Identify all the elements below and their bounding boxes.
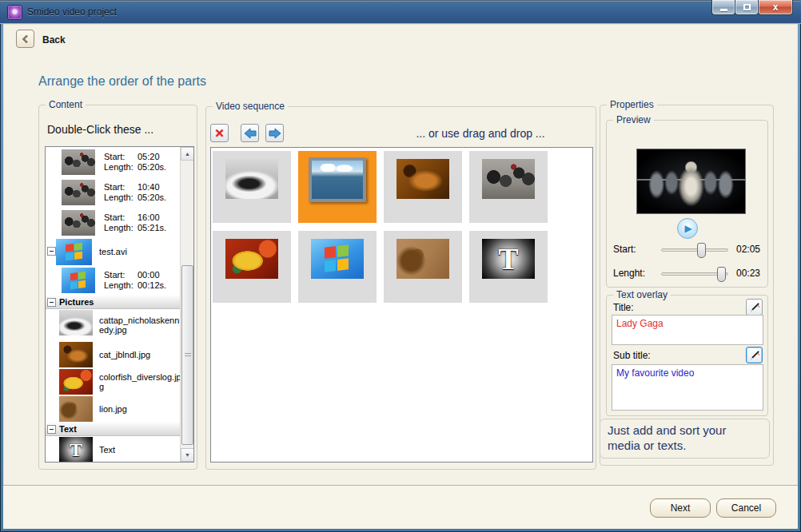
move-left-button[interactable] <box>241 124 259 142</box>
length-slider-thumb[interactable] <box>717 267 726 282</box>
content-list[interactable]: Start:05:20Length:05:20s.Start:10:40Leng… <box>45 146 194 463</box>
scroll-down-icon[interactable]: ▼ <box>181 448 194 462</box>
preview-panel: Preview ▶ Start: 02:05 Lenght: 00:23 <box>606 120 768 288</box>
list-item-clip[interactable]: Start:16:00Length:05:21s. <box>46 208 181 238</box>
length-slider-row: Lenght: 00:23 <box>613 265 765 283</box>
obama-thumbnail <box>62 180 95 205</box>
title-label: Title: <box>613 302 634 313</box>
fish-thumbnail <box>225 239 278 279</box>
edit-title-button[interactable] <box>746 299 763 316</box>
arrow-left-icon <box>244 128 257 139</box>
list-item-picture[interactable]: cat_jblndl.jpg <box>46 341 181 368</box>
text-thumbnail <box>59 437 93 463</box>
sequence-tile[interactable] <box>384 151 462 223</box>
subtitle-input[interactable]: My favourite video <box>612 364 763 411</box>
back-button[interactable] <box>16 30 34 48</box>
list-item-clip[interactable]: Start:10:40Length:05:20s. <box>46 177 181 208</box>
windows-thumbnail <box>56 239 92 265</box>
obama-thumbnail <box>62 149 95 175</box>
picture-name: cat_jblndl.jpg <box>99 350 181 359</box>
next-button[interactable]: Next <box>650 498 711 518</box>
clip-times: Start:05:20Length:05:20s. <box>104 152 166 173</box>
app-window: Smideo video project x Back Arrange the … <box>0 0 801 532</box>
obama-thumbnail <box>62 210 95 236</box>
properties-panel: Properties Preview ▶ Start: 02:05 Lenght… <box>600 105 774 466</box>
edit-subtitle-button[interactable] <box>746 347 763 363</box>
properties-title: Properties <box>607 99 657 110</box>
sequence-tile[interactable] <box>469 151 548 223</box>
content-scrollbar[interactable]: ▲ ▼ <box>180 147 193 462</box>
maximize-button[interactable] <box>735 0 759 15</box>
delete-part-button[interactable]: ✕ <box>210 124 229 142</box>
content-panel-title: Content <box>46 99 86 110</box>
close-button[interactable]: x <box>758 0 793 15</box>
scrollbar-thumb[interactable] <box>181 265 193 445</box>
cat-orange-thumbnail <box>397 159 449 199</box>
sequence-grid[interactable] <box>210 147 593 463</box>
back-label: Back <box>42 34 66 46</box>
length-value: 00:23 <box>736 268 760 279</box>
content-panel: Content Double-Click these ... Start:05:… <box>38 105 197 470</box>
lion-thumbnail <box>59 396 93 422</box>
content-instruction: Double-Click these ... <box>47 123 153 136</box>
list-section-header[interactable]: Text <box>46 423 181 436</box>
scroll-up-icon[interactable]: ▲ <box>181 147 194 161</box>
sequence-tile[interactable] <box>213 231 291 303</box>
play-icon: ▶ <box>684 224 691 233</box>
windows-thumbnail <box>62 268 95 293</box>
video-preview-frame[interactable] <box>636 149 746 214</box>
sequence-tile[interactable] <box>298 231 377 303</box>
collapse-icon[interactable] <box>47 247 56 256</box>
section-label: Text <box>59 424 77 434</box>
sequence-tile[interactable] <box>384 231 462 303</box>
text-overlay-title: Text overlay <box>613 289 671 300</box>
list-item-picture[interactable]: lion.jpg <box>46 395 181 423</box>
video-sequence-panel: Video sequence ✕ ... or use drag and dro… <box>205 106 596 470</box>
move-right-button[interactable] <box>265 124 284 142</box>
cat-sink-thumbnail <box>59 310 93 335</box>
video-sequence-title: Video sequence <box>213 101 288 112</box>
list-item-file[interactable]: test.avi <box>46 238 181 265</box>
text-overlay-panel: Text overlay Title: Lady Gaga Sub title:… <box>606 295 768 416</box>
info-box: Just add and sort your media or texts. <box>600 419 770 459</box>
start-slider[interactable] <box>661 248 728 252</box>
picture-name: colorfish_diverslog.jpg <box>99 372 181 391</box>
title-input[interactable]: Lady Gaga <box>612 315 763 345</box>
clip-times: Start:10:40Length:05:20s. <box>104 182 166 203</box>
window-title: Smideo video project <box>27 6 117 18</box>
minimize-button[interactable] <box>711 0 735 15</box>
file-name: test.avi <box>99 247 181 256</box>
minimize-icon <box>720 9 727 11</box>
collapse-icon[interactable] <box>47 298 56 307</box>
list-item-picture[interactable]: Text <box>46 436 181 463</box>
cat-sink-thumbnail <box>225 159 278 199</box>
lion-thumbnail <box>397 239 449 279</box>
start-slider-thumb[interactable] <box>697 243 706 258</box>
sequence-tile-selected[interactable] <box>298 151 377 223</box>
start-label: Start: <box>613 244 636 255</box>
cancel-button[interactable]: Cancel <box>716 498 776 518</box>
picture-name: lion.jpg <box>99 404 181 414</box>
sequence-tile[interactable] <box>469 231 548 303</box>
play-button[interactable]: ▶ <box>677 218 698 239</box>
sequence-tile[interactable] <box>213 151 291 223</box>
list-item-clip[interactable]: Start:00:00Length:00:12s. <box>46 265 181 296</box>
start-value: 02:05 <box>736 244 760 255</box>
list-item-clip[interactable]: Start:05:20Length:05:20s. <box>46 147 181 177</box>
title-bar[interactable]: Smideo video project x <box>0 0 801 24</box>
list-item-picture[interactable]: cattap_nicholaskennedy.jpg <box>46 309 181 341</box>
chevron-left-icon <box>22 34 30 43</box>
app-icon <box>8 6 22 19</box>
maximize-icon <box>743 4 751 10</box>
windows-thumbnail <box>311 239 364 279</box>
red-x-icon: ✕ <box>214 127 225 139</box>
list-item-picture[interactable]: colorfish_diverslog.jpg <box>46 368 181 395</box>
length-label: Lenght: <box>613 268 645 279</box>
text-thumbnail <box>482 239 535 279</box>
section-label: Pictures <box>59 297 94 307</box>
drag-drop-hint: ... or use drag and drop ... <box>366 127 595 140</box>
list-section-header[interactable]: Pictures <box>46 296 181 309</box>
length-slider[interactable] <box>661 272 728 276</box>
cat-orange-thumbnail <box>59 342 93 367</box>
collapse-icon[interactable] <box>47 425 56 434</box>
